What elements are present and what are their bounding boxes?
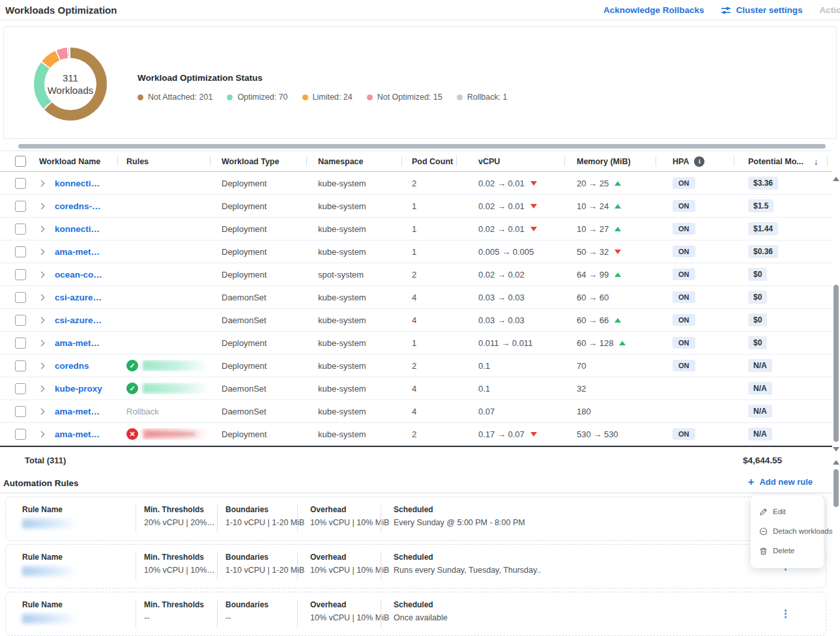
workload-name-link[interactable]: coredns [55,361,89,371]
expand-row-icon[interactable] [38,408,45,414]
vcpu-cell: 0.02 → 0.01 [456,224,564,234]
header-cell-vcpu: vCPU [456,151,564,171]
expand-row-icon[interactable] [38,317,45,323]
workload-name-link[interactable]: ama-met… [55,247,100,257]
expand-row-icon[interactable] [38,385,45,392]
menu-item-delete[interactable]: Delete [751,541,824,560]
vertical-scrollbar-thumb[interactable] [833,469,839,507]
menu-item-edit[interactable]: Edit [751,502,824,521]
workload-name-link[interactable]: ama-met… [55,407,100,416]
header-cell-potential-savings[interactable]: Potential Mo...↓ [734,151,832,171]
rule-success-icon: ✓ [126,383,138,394]
legend-dot-icon [138,94,143,100]
memory-cell: 60 → 128 [564,338,656,348]
select-all-checkbox[interactable] [15,156,26,167]
workload-name-link[interactable]: ocean-co… [55,270,102,280]
trend-down-icon [530,181,537,186]
menu-item-detach-workloads[interactable]: Detach workloads [751,521,824,541]
header-cell-hpa: HPAi [656,151,734,171]
vertical-scrollbar-thumb[interactable] [833,285,839,442]
trend-up-icon [615,272,621,277]
workload-status-donut-chart: 311 Workloads [34,48,107,121]
rule-overhead-column: Overhead10% vCPU | 10% MiB [310,505,389,527]
expand-row-icon[interactable] [38,203,45,209]
row-checkbox[interactable] [15,383,26,394]
potential-savings-cell: $0.36 [734,245,832,258]
row-checkbox[interactable] [15,406,26,417]
workload-type-cell: Deployment [210,224,306,234]
expand-row-icon[interactable] [38,248,45,255]
hpa-on-badge: ON [673,177,695,189]
workload-type-cell: Deployment [210,201,306,211]
expand-row-icon[interactable] [38,225,45,232]
workload-name-link[interactable]: csi-azure… [55,315,102,325]
trash-icon [759,547,768,555]
workload-name-link[interactable]: ama-met… [55,338,100,348]
redacted-rule-name [22,519,78,528]
rules-vertical-scrollbar[interactable] [832,456,840,636]
expand-row-icon[interactable] [38,431,45,437]
memory-cell: 32 [564,384,656,394]
potential-savings-cell: $0 [734,268,832,281]
header-cell-workload-name: Workload Name [31,151,117,171]
row-checkbox[interactable] [15,201,26,212]
row-checkbox[interactable] [15,246,26,257]
workload-name-link[interactable]: coredns-… [55,201,101,211]
vcpu-cell: 0.02 → 0.01 [456,201,564,211]
legend-dot-icon [302,94,308,100]
total-savings-value: $4,644.55 [743,455,782,465]
table-body: konnecti…Deploymentkube-system20.02 → 0.… [0,172,832,446]
hpa-info-icon[interactable]: i [694,156,704,167]
cluster-settings-button[interactable]: Cluster settings [721,5,802,16]
workload-name-link[interactable]: kube-proxy [55,384,102,394]
hpa-cell: ON [656,360,734,371]
vcpu-cell: 0.17 → 0.07 [456,429,564,439]
actions-button[interactable]: Actions [819,5,840,15]
hpa-on-badge: ON [673,246,695,257]
hpa-on-badge: ON [673,337,695,349]
hpa-cell: ON [656,246,734,257]
add-new-rule-button[interactable]: + Add new rule [747,476,813,487]
top-bar: Workloads Optimization Acknowledge Rollb… [0,0,840,20]
automation-rule-card: Rule NameMin. Thresholds--Boundaries--Ov… [5,592,826,636]
workload-name-link[interactable]: ama-met… [55,429,100,439]
row-checkbox[interactable] [15,269,26,280]
row-checkbox[interactable] [15,292,26,303]
page-title: Workloads Optimization [5,5,117,16]
row-checkbox[interactable] [15,178,26,189]
memory-cell: 10 → 24 [564,201,656,211]
horizontal-scrollbar-thumb[interactable] [18,144,826,149]
scroll-up-icon[interactable] [833,460,839,465]
namespace-cell: kube-system [306,247,401,257]
row-checkbox[interactable] [15,224,26,235]
row-checkbox[interactable] [15,360,26,371]
donut-total-value: 311 [63,72,78,84]
table-horizontal-scrollbar[interactable] [0,144,832,149]
trend-up-icon [615,181,621,186]
scroll-down-icon[interactable] [833,447,839,452]
expand-row-icon[interactable] [38,294,45,300]
workload-name-link[interactable]: csi-azure… [55,293,102,302]
rule-scheduled-column: ScheduledEvery Sunday @ 5:00 PM - 8:00 P… [394,505,525,527]
row-checkbox[interactable] [15,429,26,440]
sort-descending-icon[interactable]: ↓ [814,156,818,167]
expand-row-icon[interactable] [38,340,45,346]
memory-cell: 50 → 32 [564,247,656,257]
memory-cell: 20 → 25 [564,179,656,188]
table-vertical-scrollbar[interactable] [832,173,840,456]
rule-status-text: Rollback [126,407,159,416]
acknowledge-rollbacks-button[interactable]: Acknowledge Rollbacks [599,5,704,16]
expand-row-icon[interactable] [38,180,45,186]
rule-more-actions-button[interactable] [782,607,789,621]
namespace-cell: kube-system [306,293,401,302]
scroll-up-icon[interactable] [833,177,839,181]
workload-name-link[interactable]: konnecti… [55,224,100,234]
row-checkbox[interactable] [15,315,26,326]
rule-thresholds-column: Min. Thresholds-- [144,600,204,622]
expand-row-icon[interactable] [38,362,45,369]
workload-name-link[interactable]: konnecti… [55,179,100,188]
potential-savings-badge: N/A [748,359,772,372]
expand-row-icon[interactable] [38,271,45,278]
row-checkbox[interactable] [15,338,26,349]
pencil-icon [759,508,768,516]
